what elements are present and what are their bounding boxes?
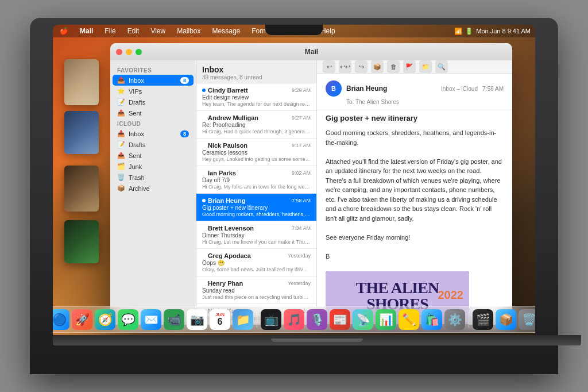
desktop-thumb-1 (64, 59, 99, 105)
sidebar-item-archive[interactable]: 📦 Archive (110, 183, 196, 194)
mail-item-time: Yesterday (288, 253, 311, 259)
archive-icon: 📦 (117, 185, 125, 192)
dock-icon-messages[interactable]: 💬 (118, 309, 138, 330)
reading-toolbar: ↩ ↩↩ ↪ 📦 🗑 🚩 📁 🔍 (317, 60, 512, 74)
sender-avatar: B (326, 80, 342, 97)
dock-icon-box1[interactable]: 📦 (496, 309, 516, 330)
dock-icon-numbers[interactable]: 📊 (376, 309, 396, 330)
mailbox-menu[interactable]: Mailbox (175, 27, 203, 35)
dock-separator-2 (469, 312, 469, 328)
mail-item[interactable]: Cindy Barrett 9:29 AM Edit design review… (196, 83, 316, 111)
mail-item-subject: Edit design review (202, 94, 311, 101)
mail-item-from: Greg Apodaca (202, 252, 251, 259)
dock-icon-news[interactable]: 📰 (330, 309, 350, 330)
junk-label: Junk (129, 163, 142, 170)
mail-window: Mail Favorites 📥 Inbox 8 ⭐ (110, 43, 512, 325)
mail-item-subject: Re: Proofreading (202, 122, 311, 128)
macbook-outer: 🍎 Mail File Edit View Mailbox Message Fo… (30, 18, 558, 374)
dock-icon-photos[interactable]: 📷 (187, 309, 207, 330)
mail-item[interactable]: Henry Phan Yesterday Sunday read Just re… (196, 276, 316, 304)
mail-item-from: Ian Parks (202, 170, 236, 176)
dock-icon-facetime[interactable]: 📹 (164, 309, 184, 330)
date-time: Mon Jun 8 9:41 AM (476, 28, 531, 34)
mail-item-time: Yesterday (288, 280, 311, 286)
drafts-label: Drafts (129, 99, 145, 106)
dock-icon-settings[interactable]: ⚙️ (444, 309, 465, 330)
desktop-thumb-4 (64, 220, 99, 263)
mail-item[interactable]: Nick Paulson 9:17 AM Ceramics lessons He… (196, 139, 316, 166)
mail-item-preview: Hey team, The agenda for our next design… (202, 101, 311, 107)
dock-icon-calendar[interactable]: JUN6 (210, 309, 230, 330)
sidebar-item-trash[interactable]: 🗑️ Trash (110, 172, 196, 183)
dock-icon-finder[interactable]: 🔵 (53, 309, 69, 330)
dock-icon-launchpad[interactable]: 🚀 (72, 309, 92, 330)
icloud-sent-label: Sent (129, 152, 142, 159)
mail-item-header: Brett Levenson 7:34 AM (202, 225, 311, 232)
sidebar-item-inbox[interactable]: 📥 Inbox 8 (113, 75, 194, 86)
dock-icon-files[interactable]: 📁 (233, 309, 253, 330)
edit-menu[interactable]: Edit (125, 27, 142, 35)
mail-item[interactable]: Andrew Mulligan 9:27 AM Re: Proofreading… (196, 111, 316, 139)
sidebar-item-vips[interactable]: ⭐ VIPs (110, 86, 196, 97)
mail-list-subtitle: 39 messages, 8 unread (202, 74, 311, 80)
mail-item-header: Nick Paulson 9:17 AM (202, 142, 311, 149)
view-menu[interactable]: View (148, 27, 168, 35)
dock-icon-appstore[interactable]: 🛍️ (421, 309, 442, 330)
dock-icon-notes[interactable]: ✏️ (399, 309, 419, 330)
dock-icon-airdrop[interactable]: 📡 (353, 309, 373, 330)
sidebar-item-drafts[interactable]: 📝 Drafts (110, 97, 196, 107)
delete-button[interactable]: 🗑 (387, 60, 400, 73)
apple-menu[interactable]: 🍎 (57, 27, 71, 35)
move-button[interactable]: 📁 (419, 60, 432, 73)
email-time: 7:58 AM (482, 86, 504, 92)
mail-item-from: Brett Levenson (202, 225, 254, 232)
mail-item-time: 9:17 AM (292, 143, 311, 148)
mail-item-preview: Okay, some bad news. Just realized my dr… (202, 267, 311, 272)
inbox-label: Inbox (129, 77, 144, 84)
inbox-badge: 8 (180, 77, 189, 84)
dock-icon-finalcut[interactable]: 🎬 (473, 309, 493, 330)
archive-toolbar-button[interactable]: 📦 (371, 60, 384, 73)
forward-button[interactable]: ↪ (355, 60, 368, 73)
sender-info: Brian Heung (346, 84, 387, 93)
icloud-inbox-badge: 8 (180, 130, 189, 137)
sidebar-item-sent[interactable]: 📤 Sent (110, 107, 196, 118)
sidebar-item-icloud-sent[interactable]: 📤 Sent (110, 150, 196, 161)
dock-icon-podcasts[interactable]: 🎙️ (307, 309, 327, 330)
mail-item[interactable]: Ian Parks 9:02 AM Day off 7/9 Hi Craig, … (196, 166, 316, 194)
sender-name: Brian Heung (346, 84, 387, 93)
sidebar-item-icloud-drafts[interactable]: 📝 Drafts (110, 139, 196, 150)
desktop: 🍎 Mail File Edit View Mailbox Message Fo… (53, 25, 535, 335)
mail-item[interactable]: Greg Apodaca Yesterday Oops 😬 Okay, some… (196, 249, 316, 276)
dock-icon-appletv[interactable]: 📺 (261, 309, 281, 330)
mail-item[interactable]: Brett Levenson 7:34 AM Dinner Thursday H… (196, 221, 316, 249)
dock-icon-trash[interactable]: 🗑️ (519, 309, 535, 330)
dock-icon-safari[interactable]: 🧭 (95, 309, 115, 330)
message-menu[interactable]: Message (210, 27, 243, 35)
reply-all-button[interactable]: ↩↩ (339, 60, 351, 73)
trash-label: Trash (129, 174, 145, 181)
mail-item-header: Ian Parks 9:02 AM (202, 170, 311, 176)
mail-item-subject: Gig poster + new itinerary (202, 205, 311, 211)
dock-icon-music[interactable]: 🎵 (284, 309, 304, 330)
mail-list-header: Inbox 39 messages, 8 unread (196, 60, 316, 83)
window-title: Mail (117, 48, 506, 56)
mail-list-title: Inbox (202, 65, 311, 74)
sidebar-item-junk[interactable]: 🗂️ Junk (110, 161, 196, 172)
sidebar-item-icloud-inbox[interactable]: 📥 Inbox 8 (110, 128, 196, 139)
dock-icon-mail[interactable]: ✉️ (141, 309, 161, 330)
mail-item-preview: Just read this piece on a recycling wind… (202, 294, 311, 300)
flag-button[interactable]: 🚩 (403, 60, 416, 73)
icloud-inbox-label: Inbox (129, 130, 144, 137)
mail-item-header: Cindy Barrett 9:29 AM (202, 87, 311, 94)
search-toolbar-button[interactable]: 🔍 (435, 60, 448, 73)
vips-label: VIPs (129, 88, 142, 95)
file-menu[interactable]: File (102, 27, 118, 35)
reply-button[interactable]: ↩ (323, 60, 335, 73)
app-name-menu[interactable]: Mail (78, 27, 95, 35)
sent-label: Sent (129, 110, 142, 117)
mail-item-active[interactable]: Brian Heung 7:58 AM Gig poster + new iti… (196, 194, 316, 221)
mail-item-preview: Hey guys, Looked into getting us some so… (202, 156, 311, 162)
email-source: Inbox – iCloud (441, 86, 478, 92)
junk-icon: 🗂️ (117, 163, 125, 170)
